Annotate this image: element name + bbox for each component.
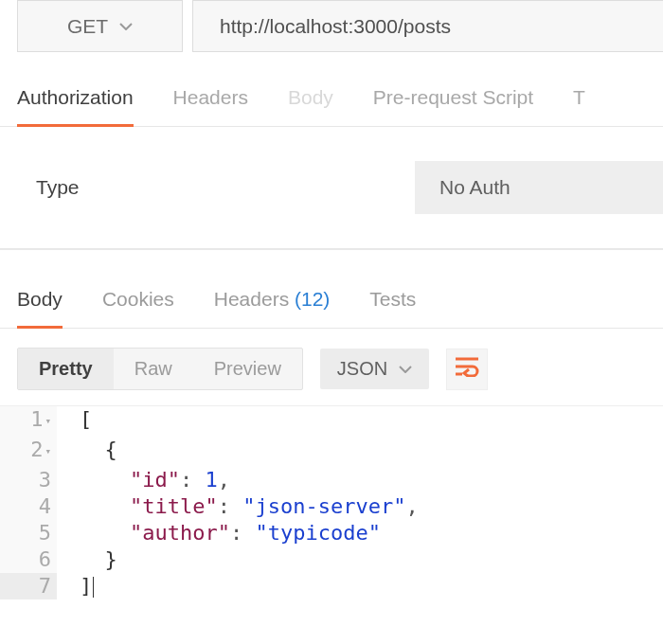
line-number: 1▾	[0, 406, 57, 437]
format-value: JSON	[337, 358, 387, 380]
response-tab-cookies[interactable]: Cookies	[102, 282, 174, 328]
line-number: 7	[0, 573, 57, 599]
wrap-lines-button[interactable]	[446, 349, 488, 390]
chevron-down-icon	[119, 23, 133, 30]
view-controls: Pretty Raw Preview JSON	[0, 329, 663, 405]
wrap-icon	[455, 356, 479, 382]
request-tabs: Authorization Headers Body Pre-request S…	[0, 79, 663, 127]
code-value: "typicode"	[255, 521, 380, 545]
line-number: 4	[0, 493, 57, 520]
response-tab-headers-label: Headers	[214, 288, 289, 310]
code-key: "title"	[130, 494, 218, 518]
code-token: [	[80, 407, 92, 431]
chevron-down-icon	[399, 366, 412, 373]
view-pretty-button[interactable]: Pretty	[18, 349, 114, 389]
tab-prerequest[interactable]: Pre-request Script	[373, 79, 533, 126]
http-method-selector[interactable]: GET	[17, 0, 183, 52]
code-token: ]	[80, 574, 92, 598]
code-value: 1	[205, 468, 217, 492]
auth-type-value: No Auth	[439, 176, 511, 199]
response-body-viewer[interactable]: 1▾ [ 2▾ { 3 "id": 1, 4 "title": "json-se…	[0, 405, 663, 599]
tab-headers[interactable]: Headers	[173, 79, 248, 126]
tab-authorization[interactable]: Authorization	[17, 79, 134, 126]
fold-icon[interactable]: ▾	[45, 415, 51, 427]
tab-body[interactable]: Body	[288, 79, 333, 126]
view-mode-group: Pretty Raw Preview	[17, 348, 303, 390]
line-number: 2▾	[0, 437, 57, 467]
fold-icon[interactable]: ▾	[45, 445, 51, 457]
response-headers-count: (12)	[295, 288, 330, 310]
auth-section: Type No Auth	[0, 127, 663, 250]
tab-tests-partial[interactable]: T	[573, 79, 585, 126]
http-method-label: GET	[67, 15, 108, 38]
text-cursor	[93, 577, 94, 598]
code-key: "author"	[130, 521, 230, 545]
response-tab-body[interactable]: Body	[17, 282, 63, 328]
line-number: 6	[0, 546, 57, 573]
response-tabs: Body Cookies Headers (12) Tests	[0, 259, 663, 329]
line-number: 3	[0, 467, 57, 493]
response-tab-tests[interactable]: Tests	[369, 282, 416, 328]
code-value: "json-server"	[242, 494, 405, 518]
code-key: "id"	[130, 468, 180, 492]
code-token: }	[105, 547, 117, 571]
code-token: {	[105, 438, 117, 461]
view-raw-button[interactable]: Raw	[114, 349, 193, 389]
line-number: 5	[0, 520, 57, 546]
response-tab-headers[interactable]: Headers (12)	[214, 282, 331, 328]
format-select[interactable]: JSON	[320, 349, 429, 389]
url-input[interactable]	[192, 0, 663, 52]
auth-type-label: Type	[36, 176, 415, 199]
view-preview-button[interactable]: Preview	[193, 349, 302, 389]
auth-type-select[interactable]: No Auth	[415, 161, 663, 214]
